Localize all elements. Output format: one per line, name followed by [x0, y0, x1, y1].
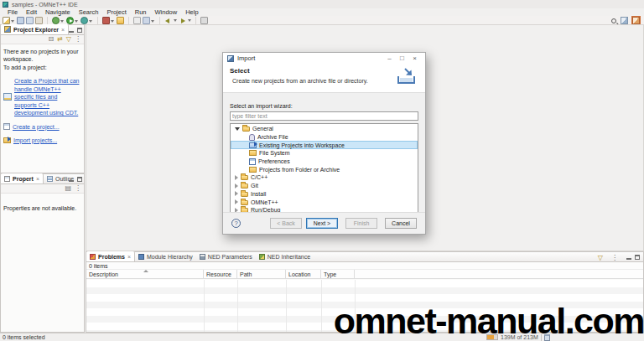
- project-explorer-panel: Project Explorer × There are no projects…: [0, 24, 85, 173]
- tree-item-projects-from-folder[interactable]: Projects from Folder or Archive: [231, 165, 418, 173]
- open-perspective-button[interactable]: [621, 17, 628, 24]
- active-perspective-button[interactable]: [632, 17, 640, 24]
- dialog-title-bar[interactable]: Import – □ ×: [223, 53, 425, 64]
- debug-button[interactable]: [52, 17, 60, 24]
- view-menu-icon[interactable]: [611, 255, 618, 261]
- filter-icon[interactable]: [598, 255, 603, 261]
- build-button[interactable]: [35, 17, 43, 24]
- tree-item-archive-file[interactable]: Archive File: [231, 133, 418, 142]
- collapse-arrow-icon[interactable]: [235, 127, 240, 131]
- file-system-icon: [249, 150, 257, 156]
- collapse-all-icon[interactable]: [48, 36, 54, 43]
- bottom-tab-row: Problems × Module Hierarchy NED Paramete…: [86, 252, 643, 262]
- expand-arrow-icon[interactable]: [235, 175, 238, 180]
- maximize-icon[interactable]: [635, 255, 640, 260]
- column-path[interactable]: Path: [237, 270, 286, 278]
- dialog-title: Import: [237, 54, 255, 62]
- profile-button[interactable]: [80, 17, 88, 24]
- maximize-icon[interactable]: □: [396, 54, 408, 62]
- menu-edit[interactable]: Edit: [22, 8, 41, 16]
- wizard-filter-input[interactable]: [230, 111, 418, 121]
- back-button[interactable]: < Back: [270, 218, 302, 229]
- column-type[interactable]: Type: [321, 270, 355, 278]
- create-cdt-project-link[interactable]: Create a Project that can handle OMNeT++…: [14, 77, 80, 116]
- finish-button[interactable]: Finish: [345, 218, 377, 229]
- title-bar: samples - OMNeT++ IDE: [0, 0, 644, 8]
- tab-problems[interactable]: Problems ×: [86, 251, 135, 261]
- view-menu-icon[interactable]: [75, 36, 81, 43]
- tree-item-git[interactable]: Git: [231, 182, 418, 190]
- menu-window[interactable]: Window: [151, 8, 182, 16]
- tree-item-general[interactable]: General: [231, 125, 418, 133]
- menu-navigate[interactable]: Navigate: [41, 8, 75, 16]
- column-description[interactable]: Description: [86, 270, 204, 278]
- tab-module-hierarchy[interactable]: Module Hierarchy: [135, 251, 196, 261]
- dialog-body: Select an import wizard: General Archive…: [223, 93, 425, 222]
- minimize-icon[interactable]: [626, 255, 631, 260]
- cdt-project-icon: [3, 93, 12, 101]
- menu-search[interactable]: Search: [75, 8, 103, 16]
- expand-arrow-icon[interactable]: [235, 183, 238, 189]
- close-tab-icon[interactable]: ×: [127, 254, 131, 260]
- import-projects-link[interactable]: Import projects...: [13, 137, 57, 144]
- cancel-button[interactable]: Cancel: [385, 218, 417, 229]
- menu-help[interactable]: Help: [181, 8, 202, 16]
- tree-item-install[interactable]: Install: [231, 190, 418, 199]
- close-icon[interactable]: ×: [408, 54, 421, 62]
- create-project-row: Create a project...: [3, 123, 81, 131]
- save-all-button[interactable]: [26, 17, 34, 24]
- menu-run[interactable]: Run: [131, 8, 151, 16]
- forward-history-button[interactable]: [179, 17, 186, 24]
- archive-icon: [249, 134, 255, 141]
- tab-ned-parameters[interactable]: NED Parameters: [196, 251, 256, 261]
- minimize-icon[interactable]: [69, 28, 74, 33]
- maximize-icon[interactable]: [77, 177, 82, 182]
- view-menu-icon[interactable]: [75, 185, 81, 192]
- properties-content: Properties are not available.: [1, 194, 84, 211]
- last-edit-location-button[interactable]: [200, 17, 208, 24]
- folder-icon: [242, 127, 250, 132]
- close-tab-icon[interactable]: ×: [36, 176, 39, 182]
- import-projects-row: Import projects...: [3, 137, 81, 144]
- annotations-button[interactable]: [143, 17, 150, 24]
- link-with-editor-icon[interactable]: [57, 36, 63, 43]
- filter-icon[interactable]: [66, 36, 71, 43]
- tree-item-file-system[interactable]: File System: [231, 149, 418, 158]
- search-icon[interactable]: [611, 18, 616, 23]
- column-location[interactable]: Location: [286, 270, 321, 278]
- selection-status: 0 items selected: [0, 334, 45, 340]
- help-icon[interactable]: ?: [231, 219, 241, 228]
- tab-project-explorer[interactable]: Project Explorer ×: [1, 24, 69, 34]
- expand-arrow-icon[interactable]: [235, 199, 238, 204]
- tree-item-preferences[interactable]: Preferences: [231, 158, 418, 166]
- save-button[interactable]: [17, 17, 24, 24]
- panel-minmax: [69, 177, 82, 182]
- tab-properties[interactable]: Propert ×: [1, 173, 44, 183]
- expand-arrow-icon[interactable]: [235, 191, 238, 196]
- open-folder-button[interactable]: [117, 17, 124, 24]
- tree-item-existing-projects[interactable]: Existing Projects into Workspace: [231, 141, 418, 149]
- empty-workspace-message: There are no projects in your workspace.…: [3, 48, 81, 71]
- mark-occurrences-button[interactable]: [133, 17, 141, 24]
- toolbar-separator: [195, 17, 196, 24]
- column-resource[interactable]: Resource: [204, 270, 237, 278]
- toolbar-separator: [159, 17, 160, 24]
- new-wizard-button[interactable]: [3, 17, 10, 24]
- minimize-icon[interactable]: –: [383, 54, 396, 62]
- back-history-button[interactable]: [164, 17, 172, 24]
- create-project-link[interactable]: Create a project...: [13, 123, 60, 131]
- tree-item-c-cpp[interactable]: C/C++: [231, 173, 418, 182]
- maximize-icon[interactable]: [77, 28, 82, 33]
- next-button[interactable]: Next >: [306, 218, 338, 229]
- menu-file[interactable]: File: [3, 8, 22, 16]
- tab-ned-inheritance[interactable]: NED Inheritance: [256, 251, 314, 261]
- tree-item-omnetpp[interactable]: OMNeT++: [231, 198, 418, 206]
- run-button[interactable]: [66, 17, 74, 24]
- show-advanced-icon[interactable]: [65, 185, 71, 192]
- external-tools-button[interactable]: [102, 17, 110, 24]
- minimize-icon[interactable]: [69, 177, 74, 182]
- close-tab-icon[interactable]: ×: [61, 27, 65, 33]
- ned-parameters-icon: [200, 254, 205, 260]
- module-hierarchy-icon: [138, 254, 144, 260]
- menu-project[interactable]: Project: [102, 8, 130, 16]
